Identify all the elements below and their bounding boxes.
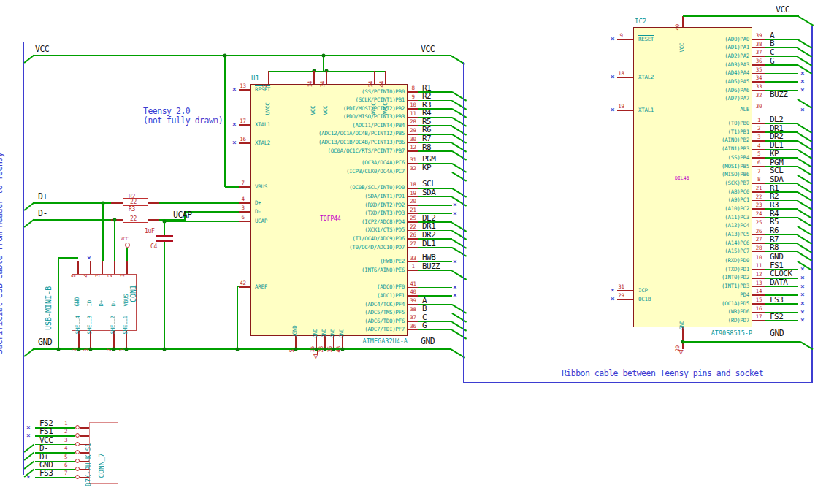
ic-pin-row[interactable]: 5 (SS)PB4 KP <box>752 150 826 159</box>
ic-pin-row[interactable]: 38 (ADC5/TMS)PF5 B <box>408 305 477 314</box>
net-label[interactable]: G <box>422 321 427 329</box>
ic-pin-row[interactable]: 14 PD4 × <box>752 287 826 296</box>
net-label[interactable]: R7 <box>770 235 779 243</box>
ic-pin-row[interactable]: 4 (AIN1)PB3 DL1 <box>752 142 826 150</box>
net-label[interactable]: R2 <box>770 192 779 200</box>
ic-pin-row[interactable]: 32 (ICP3/CLK0/OC4A)PC7 KP <box>408 164 477 173</box>
net-label[interactable]: DR1 <box>422 222 435 230</box>
net-label[interactable]: SDA <box>422 188 435 196</box>
net-label[interactable]: FS1 <box>39 427 53 435</box>
ic-pin-row[interactable]: 7 (MISO)PB6 SCL <box>752 167 826 176</box>
ic-pin-row[interactable]: 27 (A14)PC6 R7 <box>752 235 826 244</box>
ic-pin-row[interactable]: 18 (OC0B/SCL/INT0)PD0 SCL <box>408 180 477 189</box>
net-label[interactable]: C <box>770 48 774 56</box>
net-label-gnd[interactable]: GND <box>38 338 52 347</box>
usb-connector-ref[interactable]: CON1 <box>130 285 137 302</box>
net-label[interactable]: R6 <box>422 126 431 134</box>
ground-icon[interactable]: ▽ <box>678 348 684 356</box>
connector-pin-row[interactable]: × FS1 2 <box>23 428 120 436</box>
ic-pin-row[interactable]: 17 (RD)PD7 FS2 × <box>752 313 826 321</box>
net-label[interactable]: FS2 <box>770 313 783 321</box>
connector-pin-row[interactable]: D+ 5 <box>23 454 120 462</box>
net-label[interactable]: DL1 <box>422 240 435 248</box>
capacitor-ref[interactable]: C4 <box>150 244 157 250</box>
net-label[interactable]: A <box>422 297 427 305</box>
net-label[interactable]: KP <box>770 150 779 158</box>
ic-pin-row[interactable]: 16 (WR)PD6 × <box>752 305 826 313</box>
net-label-vcc[interactable]: VCC <box>35 45 49 54</box>
net-label[interactable]: SCL <box>422 180 435 188</box>
ic-pin-row[interactable]: 2 (T1)PB1 DR1 <box>752 124 826 133</box>
net-label-dminus[interactable]: D- <box>38 210 47 218</box>
net-label[interactable]: PGM <box>422 155 435 163</box>
vcc-power-icon[interactable] <box>125 243 130 248</box>
ic-pin-row[interactable]: 30 ALE × <box>752 102 826 111</box>
usb-connector-value[interactable]: USB-MINI-B <box>45 286 53 330</box>
net-label[interactable]: R3 <box>770 201 779 209</box>
ic-pin-row[interactable]: 25 (A12)PC4 R5 <box>752 218 826 227</box>
ic-pin-row[interactable]: 39 (ADC4/TCK)PF4 A <box>408 297 477 305</box>
ic-pin-row[interactable]: 35 (AD4)PA4 × <box>752 66 826 75</box>
net-label[interactable]: FS2 <box>39 419 53 427</box>
ic-pin-row[interactable]: 10 (RXD)PD0 GND <box>752 253 826 262</box>
ic-pin-row[interactable]: 36 (AD3)PA3 G <box>752 57 826 66</box>
net-label[interactable]: DR2 <box>422 231 435 239</box>
net-label[interactable]: FS3 <box>39 469 53 477</box>
net-label[interactable]: BUZZ <box>770 91 788 99</box>
ic-ref[interactable]: IC2 <box>635 18 646 25</box>
net-label[interactable]: R7 <box>422 134 431 142</box>
ic-pin-row[interactable]: 3 (AIN0)PB2 DR2 <box>752 133 826 142</box>
ic-pin-row[interactable]: 29 (ADC12/OC1A/OC4B/PCINT12)PB5 R6 <box>408 126 477 135</box>
capacitor-value[interactable]: 1uF <box>145 229 155 234</box>
net-label[interactable]: GND <box>770 253 783 261</box>
net-label[interactable]: R4 <box>770 210 779 218</box>
net-label[interactable]: B <box>422 305 427 313</box>
ribbon-note[interactable]: Ribbon cable between Teensy pins and soc… <box>538 369 787 378</box>
ic-pin-row[interactable]: 23 (A10)PC2 R3 <box>752 201 826 210</box>
resistor-value[interactable]: 22 <box>130 199 137 205</box>
net-label-vcc[interactable]: VCC <box>421 45 435 54</box>
net-label[interactable]: DL2 <box>422 214 435 222</box>
ic-pin-row[interactable]: 21 (A8)PC0 R1 <box>752 184 826 193</box>
net-label[interactable]: A <box>770 31 774 39</box>
net-label[interactable]: R6 <box>770 226 779 234</box>
ic-value[interactable]: ATMEGA32U4-A <box>307 338 408 345</box>
ic-pin-row[interactable]: 15 (OC1A)PD5 FS3 × <box>752 296 826 305</box>
ic-pin-row[interactable]: 30 (ADC13/OC1B/OC4B/PCINT13)PB6 R7 <box>408 135 477 144</box>
connector-pin-row[interactable]: GND 6 <box>23 462 120 470</box>
net-label[interactable]: GND <box>39 461 53 469</box>
ground-icon[interactable]: ▽ <box>313 352 318 360</box>
ic-pin-row[interactable]: 24 (A11)PC3 R4 <box>752 210 826 218</box>
net-label-gnd[interactable]: GND <box>770 329 784 338</box>
net-label[interactable]: HWB <box>422 253 435 261</box>
ic-pin-row[interactable]: 37 (ADC6/TDO)PF6 C <box>408 313 477 322</box>
net-label-vcc[interactable]: VCC <box>776 6 789 15</box>
net-label[interactable]: R4 <box>422 109 431 117</box>
ic-pin-row[interactable]: 22 (A9)PC1 R2 <box>752 193 826 202</box>
ic-pin-row[interactable]: 26 (T1/OC4D/ADC9)PD6 DR2 <box>408 231 477 240</box>
ic-pin-row[interactable]: 12 (OC0A/OC1C/RTS/PCINT7)PB7 R8 <box>408 143 477 152</box>
net-label[interactable]: KP <box>422 164 431 172</box>
net-label[interactable]: SCL <box>770 167 783 175</box>
ic-pin-row[interactable]: 8 (SS/PCINT0)PB0 R1 <box>408 84 477 93</box>
net-label[interactable]: R8 <box>770 243 779 251</box>
net-label[interactable]: B <box>770 39 774 47</box>
net-label[interactable]: D+ <box>39 453 48 461</box>
ic-pin-row[interactable]: 21 (TXD/INT3)PD3 × <box>408 206 477 215</box>
ic-pin-row[interactable]: 12 (INT0)PD2 CLOCK × <box>752 270 826 279</box>
ic-pin-row[interactable]: 33 (AD6)PA6 × <box>752 83 826 91</box>
connector-pin-row[interactable]: VCC 3 <box>23 437 120 445</box>
net-label[interactable]: PGM <box>770 159 783 167</box>
ic-pin-row[interactable]: 25 (ICP2/ADC8)PD4 DL2 <box>408 214 477 223</box>
ic-value[interactable]: AT90S8515-P <box>650 330 752 337</box>
ic-pin-row[interactable]: 8 (SCK)PB7 SDA <box>752 175 826 184</box>
ic-pin-row[interactable]: 13 (INT1)PD3 DATA × <box>752 279 826 288</box>
ic-pin-row[interactable]: 10 (PDI/MOSI/PCINT2)PB2 R3 <box>408 101 477 110</box>
ic-pin-row[interactable]: 1 (T0)PB0 DL2 <box>752 116 826 125</box>
ic-pin-row[interactable]: 27 (T0/OC4D/ADC10)PD7 DL1 <box>408 240 477 248</box>
ic-pin-row[interactable]: 22 (XCK1/CTS)PD5 DR1 <box>408 223 477 232</box>
net-label[interactable]: DATA <box>770 278 788 286</box>
ic-pin-row[interactable]: 39 (AD0)PA0 A <box>752 31 826 40</box>
capacitor-plate[interactable] <box>156 235 173 237</box>
net-label-dplus[interactable]: D+ <box>38 193 47 202</box>
